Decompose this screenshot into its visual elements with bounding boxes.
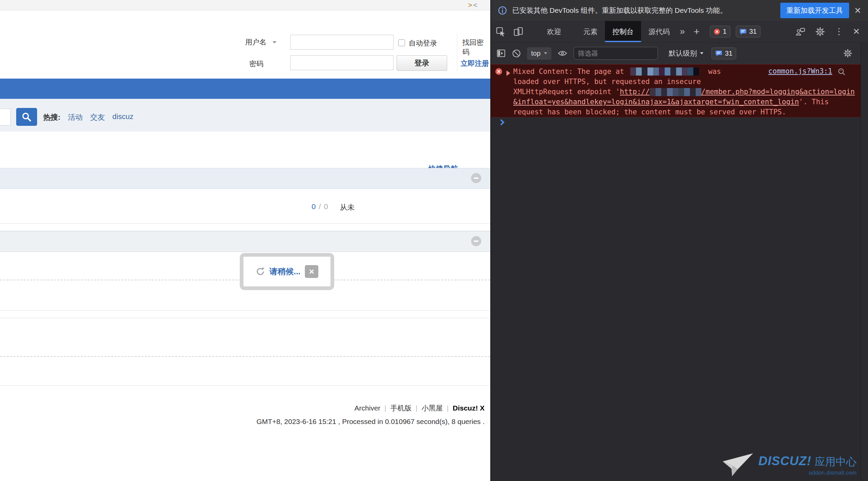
inspect-element-icon[interactable]: [496, 27, 506, 37]
loading-dialog: 请稍候... ×: [240, 253, 334, 290]
hot-link-friends[interactable]: 交友: [90, 112, 105, 122]
error-url-link[interactable]: &infloat=yes&handlekey=login&inajax=1&aj…: [513, 98, 799, 106]
collapse-close-icon: <: [473, 1, 478, 9]
loading-text: 请稍候...: [269, 266, 300, 277]
error-count-badge[interactable]: 1: [710, 26, 730, 37]
username-dropdown-icon[interactable]: [272, 41, 277, 44]
console-filter-input[interactable]: [574, 47, 658, 60]
magnifier-icon[interactable]: [838, 68, 846, 76]
clear-console-icon[interactable]: [512, 49, 521, 58]
footer-info: GMT+8, 2023-6-16 15:21 , Processed in 0.…: [257, 418, 485, 426]
feedback-icon[interactable]: [795, 27, 806, 37]
footer-brand[interactable]: Discuz! X: [453, 404, 485, 412]
info-icon: [498, 6, 507, 15]
context-selector[interactable]: top: [527, 47, 551, 60]
log-level-selector[interactable]: 默认级别: [669, 49, 703, 58]
hot-link-activity[interactable]: 活动: [68, 112, 83, 122]
page-topbar: ><: [0, 0, 490, 10]
live-expression-eye-icon[interactable]: [557, 49, 568, 58]
context-label: top: [531, 50, 541, 57]
expand-arrow-icon[interactable]: [507, 70, 510, 76]
password-input[interactable]: [290, 55, 394, 70]
watermark-domain: addon.dismall.com: [809, 470, 857, 476]
search-band: 热搜: 活动 交友 discuz: [0, 99, 490, 132]
tab-sources[interactable]: 源代码: [641, 21, 677, 42]
settings-gear-icon[interactable]: [815, 27, 825, 37]
auto-login-checkbox[interactable]: [398, 39, 405, 46]
stat-never: 从未: [340, 202, 355, 213]
infobar-message: 已安装其他 DevTools 组件。重新加载以获取完整的 DevTools 功能…: [512, 6, 775, 15]
log-level-label: 默认级别: [669, 49, 697, 58]
auto-login-label: 自动登录: [409, 38, 437, 48]
error-line5: request has been blocked; the content mu…: [513, 107, 855, 117]
stats-row: 0 / 0 从未: [312, 202, 355, 213]
console-settings-gear-icon[interactable]: [843, 49, 852, 58]
console-error-message[interactable]: Mixed Content: The page at was loaded ov…: [491, 64, 861, 117]
watermark-suffix: 应用中心: [815, 455, 857, 469]
discuz-page: >< 用户名 自动登录 找回密码 密码 登录 立即注册 快捷导航: [0, 0, 490, 481]
collapse-handle[interactable]: ><: [468, 1, 479, 9]
tab-elements[interactable]: 元素: [576, 21, 605, 42]
register-link[interactable]: 立即注册: [461, 59, 489, 68]
footer-link-blackroom[interactable]: 小黑屋: [422, 403, 443, 413]
footer-separator: |: [384, 404, 386, 412]
hot-link-discuz[interactable]: discuz: [112, 112, 133, 122]
hot-search-label: 热搜:: [43, 112, 60, 122]
divider-line: [0, 318, 490, 318]
password-label: 密码: [249, 59, 263, 68]
devtools-close-icon[interactable]: ✕: [853, 27, 860, 36]
footer-separator: |: [416, 404, 417, 412]
footer-links: Archiver | 手机版 | 小黑屋 | Discuz! X: [354, 403, 485, 413]
message-count: 31: [749, 28, 757, 35]
error-source-link[interactable]: common.js?Wn3:1: [768, 67, 832, 75]
collapse-open-icon: >: [468, 1, 473, 9]
infobar-close-icon[interactable]: ✕: [854, 6, 861, 16]
watermark-brand: DISCUZ!: [758, 454, 811, 468]
error-icon: [495, 68, 502, 75]
more-options-icon[interactable]: ⋮: [835, 26, 843, 37]
toolbar-message-count-badge[interactable]: 31: [712, 48, 736, 59]
tab-console[interactable]: 控制台: [605, 21, 641, 42]
error-line1-suffix: was: [704, 67, 721, 76]
console-sidebar-toggle-icon[interactable]: [496, 49, 506, 58]
stat-total: 0: [324, 202, 328, 213]
login-divider: [457, 32, 457, 72]
search-input[interactable]: [0, 109, 11, 125]
chevron-down-icon: [700, 52, 703, 54]
username-input[interactable]: [290, 35, 394, 50]
main-navbar: 快捷导航: [0, 79, 490, 99]
device-toolbar-icon[interactable]: [513, 27, 523, 37]
error-url-link[interactable]: /member.php?mod=logging&action=login: [701, 88, 855, 96]
search-button[interactable]: [16, 108, 37, 126]
console-prompt-icon[interactable]: [498, 119, 504, 125]
tab-welcome[interactable]: 欢迎: [540, 21, 569, 42]
devtools-scrollbar[interactable]: [861, 42, 868, 481]
add-tool-icon[interactable]: +: [694, 26, 700, 37]
reload-devtools-button[interactable]: 重新加载开发工具: [780, 3, 849, 18]
close-icon: ×: [309, 266, 314, 277]
more-tabs-icon[interactable]: »: [680, 26, 685, 37]
message-bubble-icon: [715, 50, 722, 57]
search-icon: [21, 111, 32, 123]
error-url-link[interactable]: http://: [620, 88, 650, 96]
message-bubble-icon: [740, 28, 747, 35]
collapse-section-2-button[interactable]: [471, 236, 481, 246]
collapse-section-1-button[interactable]: [471, 173, 481, 183]
error-line3: XMLHttpRequest endpoint ': [513, 88, 620, 96]
divider-line: [0, 386, 490, 386]
footer-separator: |: [447, 404, 449, 412]
chevron-down-icon: [544, 52, 547, 54]
error-line4-suffix: '. This: [799, 98, 829, 106]
footer-link-archiver[interactable]: Archiver: [354, 404, 380, 412]
tab-elements-label: 元素: [583, 27, 598, 36]
section-header-2: [0, 231, 490, 252]
find-password-link[interactable]: 找回密码: [462, 38, 490, 57]
login-button[interactable]: 登录: [397, 55, 447, 71]
footer-link-mobile[interactable]: 手机版: [390, 403, 412, 413]
loading-close-button[interactable]: ×: [305, 265, 318, 278]
hot-search: 热搜: 活动 交友 discuz: [43, 112, 134, 122]
message-count-badge[interactable]: 31: [736, 26, 760, 37]
tab-welcome-label: 欢迎: [547, 27, 561, 36]
error-line1: Mixed Content: The page at: [513, 67, 628, 76]
toolbar-message-count: 31: [725, 50, 732, 57]
